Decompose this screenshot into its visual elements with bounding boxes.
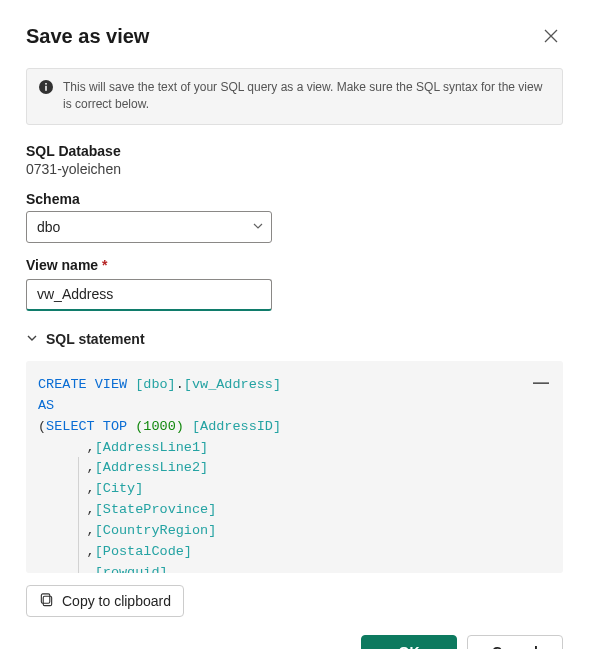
info-banner: This will save the text of your SQL quer… — [26, 68, 563, 125]
sql-statement-toggle[interactable]: SQL statement — [26, 331, 563, 347]
dialog-title: Save as view — [26, 25, 149, 48]
svg-rect-4 — [41, 594, 49, 603]
info-text: This will save the text of your SQL quer… — [63, 79, 550, 114]
copy-to-clipboard-button[interactable]: Copy to clipboard — [26, 585, 184, 617]
database-value: 0731-yoleichen — [26, 161, 563, 177]
sql-statement-label: SQL statement — [46, 331, 145, 347]
view-name-input[interactable] — [26, 279, 272, 311]
database-field: SQL Database 0731-yoleichen — [26, 143, 563, 177]
sql-code-block[interactable]: —CREATE VIEW [dbo].[vw_Address] AS (SELE… — [26, 361, 563, 573]
required-indicator: * — [102, 257, 107, 273]
info-icon — [39, 79, 53, 114]
copy-icon — [39, 592, 54, 610]
schema-field: Schema — [26, 191, 563, 243]
svg-rect-2 — [45, 83, 47, 85]
schema-select[interactable] — [26, 211, 272, 243]
schema-select-input[interactable] — [26, 211, 272, 243]
view-name-label: View name * — [26, 257, 563, 273]
schema-label: Schema — [26, 191, 563, 207]
svg-rect-1 — [45, 86, 47, 91]
svg-rect-3 — [43, 596, 51, 605]
dialog-footer: OK Cancel — [26, 635, 563, 649]
cancel-button[interactable]: Cancel — [467, 635, 563, 649]
dialog-header: Save as view — [26, 24, 563, 48]
ok-button[interactable]: OK — [361, 635, 457, 649]
chevron-down-icon — [26, 331, 38, 347]
code-collapse-toggle[interactable]: — — [533, 371, 549, 396]
close-button[interactable] — [539, 24, 563, 48]
view-name-field: View name * — [26, 257, 563, 311]
copy-button-label: Copy to clipboard — [62, 593, 171, 609]
code-gutter-line — [78, 457, 79, 573]
close-icon — [543, 28, 559, 44]
database-label: SQL Database — [26, 143, 563, 159]
